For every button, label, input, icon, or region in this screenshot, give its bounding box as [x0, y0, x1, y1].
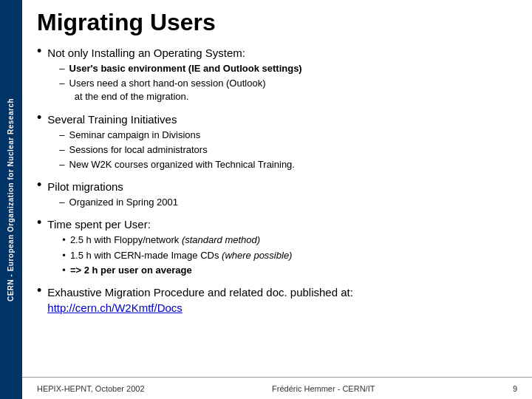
bullet-dot-2: • — [37, 110, 41, 126]
sub-dash: – — [59, 143, 64, 157]
sub-bullets-2: – Seminar campaign in Divisions – Sessio… — [59, 129, 295, 172]
sub-sub-dot: • — [62, 249, 66, 262]
sub-text-1-2: Users need a short hand-on session (Outl… — [69, 77, 266, 103]
footer: HEPIX-HEPNT, October 2002 Frédéric Hemme… — [22, 377, 532, 399]
sub-sub-text-4-3: => 2 h per user on average — [70, 264, 192, 277]
footer-page-number: 9 — [502, 384, 517, 393]
bullet-item-4: • Time spent per User: • 2.5 h with Flop… — [37, 216, 517, 279]
migration-link[interactable]: http://cern.ch/W2Kmtf/Docs — [47, 301, 183, 314]
sidebar: CERN - European Organization for Nuclear… — [0, 0, 22, 399]
sub-text-2-1: Seminar campaign in Divisions — [69, 129, 201, 142]
sub-sub-item-4-1: • 2.5 h with Floppy/network (standard me… — [62, 233, 292, 247]
sub-dash: – — [59, 158, 64, 171]
bullet-dot-4: • — [37, 215, 41, 231]
sub-bullets-3: – Organized in Spring 2001 — [59, 196, 178, 209]
bullet-text-5: Exhaustive Migration Procedure and relat… — [47, 286, 353, 299]
sub-item-2-3: – New W2K courses organized with Technic… — [59, 158, 295, 171]
page-title: Migrating Users — [37, 9, 517, 36]
bullet-text-1: Not only Installing an Operating System: — [47, 47, 245, 59]
bullet-dot-5: • — [37, 283, 41, 299]
bullet-text-2: Several Training Initiatives — [47, 113, 177, 126]
footer-center: Frédéric Hemmer - CERN/IT — [145, 384, 502, 393]
sub-item-1-2: – Users need a short hand-on session (Ou… — [59, 77, 301, 103]
sub-dash: – — [59, 62, 64, 75]
sub-item-2-1: – Seminar campaign in Divisions — [59, 129, 295, 142]
bullet-item-3: • Pilot migrations – Organized in Spring… — [37, 179, 517, 211]
sub-dash: – — [59, 129, 64, 142]
sub-sub-item-4-3: • => 2 h per user on average — [62, 264, 292, 277]
sub-text-3-1: Organized in Spring 2001 — [69, 196, 178, 209]
bullet-text-4: Time spent per User: — [47, 218, 151, 231]
bullet-dot-3: • — [37, 177, 41, 193]
bullet-dot-1: • — [37, 44, 41, 59]
sub-sub-item-4-2: • 1.5 h with CERN-made Image CDs (where … — [62, 249, 292, 262]
sub-text-1-1: User's basic environment (IE and Outlook… — [69, 62, 302, 75]
bullet-item-5: • Exhaustive Migration Procedure and rel… — [37, 284, 517, 314]
sub-item-1-1: – User's basic environment (IE and Outlo… — [59, 62, 301, 75]
bullet-item-1: • Not only Installing an Operating Syste… — [37, 45, 517, 106]
bullet-text-3: Pilot migrations — [47, 180, 123, 193]
sub-bullets-1: – User's basic environment (IE and Outlo… — [59, 62, 301, 104]
sub-text-2-2: Sessions for local administrators — [69, 143, 208, 157]
main-content: Migrating Users • Not only Installing an… — [22, 0, 532, 377]
sub-item-3-1: – Organized in Spring 2001 — [59, 196, 178, 209]
sub-text-2-3: New W2K courses organized with Technical… — [69, 158, 295, 171]
sub-sub-text-4-2: 1.5 h with CERN-made Image CDs (where po… — [70, 249, 293, 262]
sidebar-label: CERN - European Organization for Nuclear… — [7, 98, 16, 301]
footer-left: HEPIX-HEPNT, October 2002 — [37, 384, 145, 393]
sub-dash: – — [59, 77, 64, 90]
sub-dash: – — [59, 196, 64, 209]
sub-sub-bullets-4: • 2.5 h with Floppy/network (standard me… — [62, 233, 292, 277]
sub-sub-text-4-1: 2.5 h with Floppy/network (standard meth… — [70, 233, 260, 247]
bullet-item-2: • Several Training Initiatives – Seminar… — [37, 112, 517, 174]
sub-item-2-2: – Sessions for local administrators — [59, 143, 295, 157]
sub-sub-dot: • — [62, 264, 66, 277]
sub-sub-dot: • — [62, 233, 66, 247]
